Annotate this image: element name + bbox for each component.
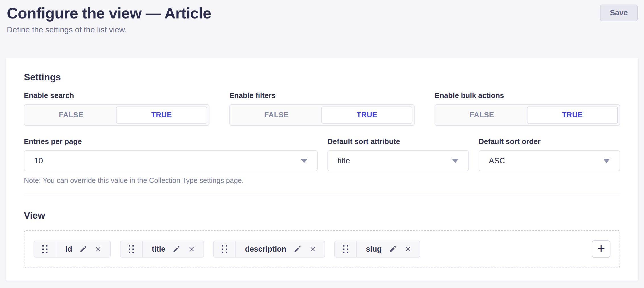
enable-search-field: Enable search FALSE TRUE (24, 91, 209, 126)
remove-field-button[interactable] (94, 245, 102, 253)
field-chip-label: id (65, 245, 72, 254)
close-icon (404, 245, 412, 253)
page-title: Configure the view — Article (7, 4, 211, 22)
grip-dots-icon (343, 245, 348, 253)
entries-per-page-select[interactable]: 10 (24, 150, 318, 171)
settings-section-heading: Settings (24, 72, 620, 83)
chip-body: id (56, 241, 110, 257)
drag-handle[interactable] (214, 241, 236, 257)
add-field-button[interactable]: + (592, 240, 610, 258)
chip-body: slug (357, 241, 420, 257)
edit-field-button[interactable] (79, 245, 88, 253)
view-fields-dropzone: id title (24, 230, 620, 268)
field-chip-description[interactable]: description (213, 241, 325, 258)
enable-search-true-option[interactable]: TRUE (116, 107, 207, 124)
section-divider (24, 195, 620, 195)
pencil-icon (389, 245, 397, 253)
default-sort-attribute-value: title (338, 156, 350, 165)
drag-handle[interactable] (121, 241, 143, 257)
entries-per-page-label: Entries per page (24, 137, 318, 146)
save-button[interactable]: Save (600, 5, 638, 21)
field-chip-slug[interactable]: slug (334, 241, 421, 258)
settings-card: Settings Enable search FALSE TRUE Enable… (6, 58, 638, 281)
enable-bulk-actions-true-option[interactable]: TRUE (527, 107, 618, 124)
default-sort-order-select[interactable]: ASC (479, 150, 620, 171)
page-subtitle: Define the settings of the list view. (7, 25, 211, 34)
entries-per-page-value: 10 (34, 156, 43, 165)
field-chip-id[interactable]: id (34, 241, 111, 258)
toggles-row: Enable search FALSE TRUE Enable filters … (24, 91, 620, 126)
enable-search-toggle[interactable]: FALSE TRUE (24, 104, 209, 126)
page-header: Configure the view — Article Define the … (0, 0, 644, 34)
enable-bulk-actions-false-option[interactable]: FALSE (437, 107, 527, 124)
enable-filters-false-option[interactable]: FALSE (232, 107, 321, 124)
enable-filters-true-option[interactable]: TRUE (321, 107, 412, 124)
view-section-heading: View (24, 210, 620, 221)
plus-icon: + (597, 241, 605, 255)
enable-bulk-actions-toggle[interactable]: FALSE TRUE (435, 104, 620, 126)
enable-filters-label: Enable filters (229, 91, 415, 100)
close-icon (94, 245, 102, 253)
default-sort-attribute-select[interactable]: title (327, 150, 469, 171)
field-chip-label: title (152, 245, 165, 254)
page-title-block: Configure the view — Article Define the … (7, 4, 211, 34)
pencil-icon (293, 245, 302, 253)
entries-per-page-field: Entries per page 10 Note: You can overri… (24, 137, 318, 185)
chip-body: description (236, 241, 325, 257)
default-sort-attribute-field: Default sort attribute title (327, 137, 469, 185)
grip-dots-icon (129, 245, 134, 253)
close-icon (309, 245, 317, 253)
edit-field-button[interactable] (293, 245, 302, 253)
field-chip-title[interactable]: title (120, 241, 204, 258)
enable-bulk-actions-field: Enable bulk actions FALSE TRUE (435, 91, 620, 126)
selects-row: Entries per page 10 Note: You can overri… (24, 137, 620, 185)
enable-filters-toggle[interactable]: FALSE TRUE (229, 104, 415, 126)
enable-search-false-option[interactable]: FALSE (26, 107, 116, 124)
enable-search-label: Enable search (24, 91, 209, 100)
chevron-down-icon (603, 159, 610, 163)
remove-field-button[interactable] (188, 245, 196, 253)
remove-field-button[interactable] (404, 245, 412, 253)
pencil-icon (172, 245, 181, 253)
entries-per-page-note: Note: You can override this value in the… (24, 176, 318, 185)
close-icon (188, 245, 196, 253)
enable-bulk-actions-label: Enable bulk actions (435, 91, 620, 100)
grip-dots-icon (42, 245, 47, 253)
grip-dots-icon (222, 245, 227, 253)
chip-body: title (143, 241, 203, 257)
edit-field-button[interactable] (389, 245, 397, 253)
remove-field-button[interactable] (309, 245, 317, 253)
drag-handle[interactable] (335, 241, 357, 257)
enable-filters-field: Enable filters FALSE TRUE (229, 91, 415, 126)
field-chip-label: slug (366, 245, 382, 254)
chevron-down-icon (301, 159, 308, 163)
pencil-icon (79, 245, 88, 253)
default-sort-attribute-label: Default sort attribute (327, 137, 469, 146)
default-sort-order-label: Default sort order (479, 137, 620, 146)
default-sort-order-value: ASC (489, 156, 505, 165)
edit-field-button[interactable] (172, 245, 181, 253)
default-sort-order-field: Default sort order ASC (479, 137, 620, 185)
chevron-down-icon (452, 159, 459, 163)
drag-handle[interactable] (34, 241, 56, 257)
field-chip-label: description (245, 245, 286, 254)
